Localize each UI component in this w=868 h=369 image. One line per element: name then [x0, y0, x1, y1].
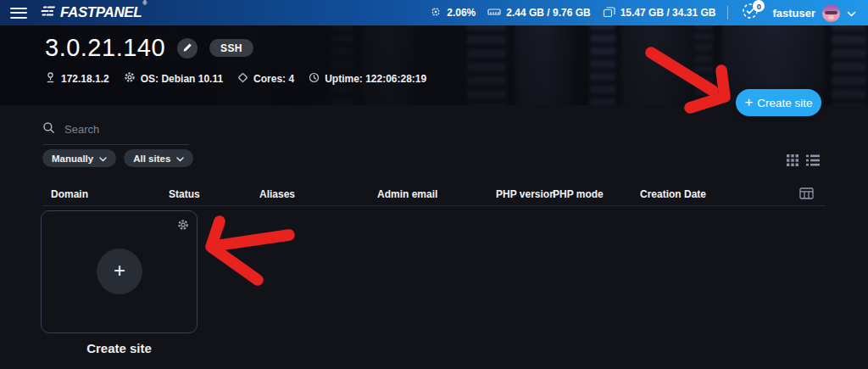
- memory-value: 2.44 GB / 9.76 GB: [506, 7, 590, 19]
- fastpanel-app: FASTPANEL® 2.06% 2.44 GB / 9.76 GB: [0, 0, 868, 369]
- column-header-domain: Domain: [51, 188, 88, 200]
- ssh-button[interactable]: SSH: [209, 39, 253, 57]
- create-site-button-label: Create site: [757, 97, 812, 109]
- server-cores: Cores: 4: [237, 72, 294, 86]
- search-icon: [42, 121, 55, 137]
- disk-value: 15.47 GB / 34.31 GB: [620, 7, 716, 19]
- server-header: 3.0.21.140 SSH 172.18.1.2: [0, 25, 868, 105]
- location-pin-icon: [45, 71, 56, 86]
- notification-badge: 0: [753, 0, 765, 12]
- server-ip: 172.18.1.2: [45, 71, 109, 86]
- chevron-down-icon: [176, 154, 184, 164]
- cpu-icon: [430, 6, 442, 20]
- fastpanel-logo[interactable]: FASTPANEL®: [41, 4, 147, 21]
- memory-usage: 2.44 GB / 9.76 GB: [487, 7, 590, 20]
- create-site-card[interactable]: +: [41, 210, 198, 333]
- filter-mode-label: Manually: [52, 154, 93, 164]
- pencil-icon: [182, 41, 192, 56]
- clock-icon: [309, 72, 320, 86]
- column-header-php-mode: PHP mode: [553, 188, 604, 200]
- disk-usage: 15.47 GB / 34.31 GB: [603, 6, 716, 20]
- plus-icon: +: [114, 260, 125, 281]
- server-os: OS: Debian 10.11: [124, 71, 223, 86]
- gear-icon: [124, 71, 136, 86]
- server-uptime: Uptime: 122:06:28:19: [309, 72, 426, 86]
- diamond-icon: [237, 72, 248, 86]
- sliders-logo-icon: [41, 4, 55, 21]
- plus-icon: +: [744, 95, 753, 109]
- server-head: 3.0.21.140 SSH 172.18.1.2: [45, 34, 426, 86]
- view-toggles: [787, 154, 820, 170]
- chevron-down-icon: [99, 154, 107, 164]
- column-header-admin-email: Admin email: [377, 188, 437, 200]
- search-box: [42, 121, 189, 145]
- filter-mode-dropdown[interactable]: Manually: [42, 149, 116, 167]
- table-columns-icon[interactable]: [799, 187, 814, 203]
- search-input[interactable]: [63, 122, 189, 137]
- create-site-button[interactable]: + Create site: [736, 89, 821, 116]
- cpu-usage: 2.06%: [430, 6, 476, 20]
- ram-icon: [487, 7, 501, 20]
- filters-row: Manually All sites: [42, 149, 193, 167]
- column-header-php-version: PHP version: [496, 188, 555, 200]
- filter-scope-label: All sites: [133, 154, 170, 164]
- server-title: 3.0.21.140: [45, 34, 165, 62]
- chevron-down-icon: [847, 5, 856, 20]
- annotation-arrowhead-to-create-card: [211, 221, 258, 280]
- hamburger-menu-icon[interactable]: [10, 8, 27, 19]
- brand-name: FASTPANEL®: [60, 4, 147, 21]
- avatar: [822, 4, 840, 22]
- grid-view-icon[interactable]: [787, 154, 798, 170]
- create-site-plus-circle[interactable]: +: [97, 249, 142, 294]
- cpu-value: 2.06%: [447, 7, 476, 19]
- user-menu[interactable]: fastuser: [772, 4, 856, 22]
- username: fastuser: [772, 7, 815, 20]
- disk-icon: [603, 6, 615, 20]
- create-site-card-label: Create site: [41, 341, 198, 355]
- topbar-divider: [727, 6, 728, 20]
- server-info-row: 172.18.1.2 OS: Debian 10.11 Cores: 4: [45, 71, 426, 86]
- notifications-button[interactable]: 0: [740, 3, 760, 23]
- column-header-aliases: Aliases: [259, 188, 295, 200]
- annotation-arrow-to-create-card: [214, 235, 289, 246]
- topbar: FASTPANEL® 2.06% 2.44 GB / 9.76 GB: [0, 0, 868, 25]
- filter-scope-dropdown[interactable]: All sites: [124, 149, 193, 167]
- registered-mark: ®: [142, 0, 147, 6]
- list-view-icon[interactable]: [806, 154, 820, 170]
- topbar-right: 2.06% 2.44 GB / 9.76 GB 15.47 GB / 34.31…: [430, 3, 858, 23]
- column-header-status: Status: [169, 188, 200, 200]
- column-header-creation-date: Creation Date: [640, 188, 706, 200]
- sites-table-header: Domain Status Aliases Admin email PHP ve…: [42, 185, 826, 206]
- card-settings-gear-icon[interactable]: [177, 219, 189, 234]
- edit-server-name-button[interactable]: [177, 38, 198, 59]
